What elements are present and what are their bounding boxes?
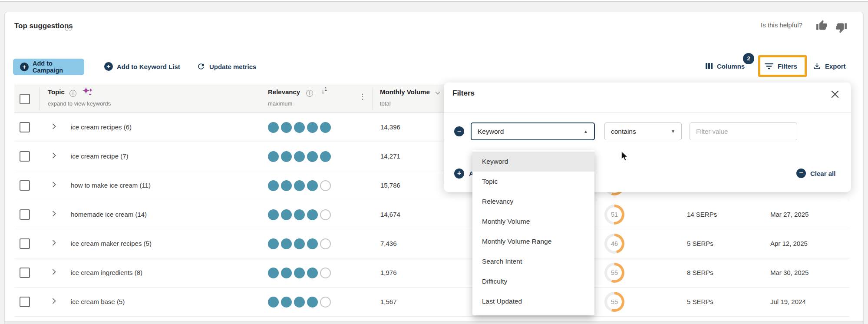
filter-field-option[interactable]: Monthly Volume Range [472,231,594,251]
sort-indicator[interactable]: ↓1 [321,87,327,95]
relevancy-dot [294,151,305,162]
row-checkbox[interactable] [20,122,30,132]
relevancy-dot [281,122,292,133]
remove-filter-icon[interactable]: − [454,126,464,136]
filter-operator-select[interactable]: contains ▼ [604,122,682,140]
mouse-cursor [620,151,629,162]
column-header-relevancy[interactable]: Relevancy [268,88,300,96]
relevancy-dot [320,180,331,191]
expand-chevron-icon[interactable] [52,298,56,306]
column-subheader-relevancy: maximum [268,100,292,107]
topic-cell: ice cream base (5) [71,298,125,305]
info-icon[interactable]: i [65,24,72,31]
relevancy-dot [268,209,279,220]
serps-cell: 5 SERPs [687,298,713,305]
plus-circle-icon: + [454,169,464,179]
download-icon [813,62,821,70]
filter-field-option[interactable]: Keyword [472,152,594,172]
expand-chevron-icon[interactable] [52,123,56,131]
row-checkbox[interactable] [20,268,30,278]
update-metrics-button[interactable]: Update metrics [197,62,256,71]
row-checkbox[interactable] [20,209,30,220]
expand-chevron-icon[interactable] [52,269,56,277]
last-updated-cell: Mar 30, 2025 [770,269,809,276]
table-row: ice cream ingredients (8)1,976558 SERPsM… [14,258,849,288]
thumbs-up-icon[interactable] [816,20,828,31]
relevancy-dot [281,180,292,191]
difficulty-ring: 55 [604,292,624,312]
relevancy-dot [268,180,279,191]
relevancy-dot [268,268,279,278]
column-header-topic[interactable]: Topic [48,88,65,96]
monthly-volume-cell: 14,674 [380,211,400,218]
relevancy-dot [281,209,292,220]
plus-circle-icon: + [104,62,113,71]
filter-value-input[interactable] [690,122,797,140]
relevancy-dot [307,151,318,162]
monthly-volume-cell: 14,271 [380,152,400,160]
filter-field-option[interactable]: Relevancy [472,192,594,212]
relevancy-dot [320,122,331,133]
topic-cell: ice cream recipes (6) [71,123,132,131]
relevancy-dot [307,180,318,191]
difficulty-value: 55 [604,263,624,283]
column-header-monthly-volume[interactable]: Monthly Volume [380,88,430,96]
expand-chevron-icon[interactable] [52,240,56,248]
monthly-volume-cell: 1,567 [380,298,397,305]
helpful-label: Is this helpful? [761,21,802,29]
clear-all-button[interactable]: − Clear all [796,169,835,178]
relevancy-dot [294,209,305,220]
columns-icon [705,62,713,70]
expand-chevron-icon[interactable] [52,152,56,160]
bottom-scrollbar-track[interactable] [5,321,863,324]
row-checkbox[interactable] [20,297,30,307]
monthly-volume-cell: 7,436 [380,240,397,247]
table-row: ice cream base (5)1,567555 SERPsJul 19, … [14,288,849,317]
serps-cell: 8 SERPs [687,269,713,276]
monthly-volume-cell: 1,976 [380,269,397,276]
thumbs-down-icon[interactable] [835,22,847,33]
filter-field-option[interactable]: Search Intent [472,251,594,271]
relevancy-dot [281,268,292,278]
relevancy-dot [268,238,279,249]
keyword-suggestions-page: Top suggestions i Is this helpful? + Add… [0,0,868,324]
filter-field-option[interactable]: Topic [472,172,594,192]
column-subheader-topic: expand to view keywords [48,100,111,107]
last-updated-cell: Apr 12, 2025 [770,240,808,247]
info-icon[interactable]: i [69,90,76,97]
filter-field-dropdown: KeywordTopicRelevancyMonthly VolumeMonth… [472,150,594,315]
relevancy-dot [268,122,279,133]
row-checkbox[interactable] [20,151,30,162]
filter-field-select[interactable]: Keyword ▲ [471,122,595,140]
select-all-checkbox[interactable] [20,94,30,104]
columns-button[interactable]: Columns [705,62,745,70]
info-icon[interactable]: i [306,90,313,97]
minus-circle-icon: − [796,169,806,178]
difficulty-value: 46 [604,234,624,254]
relevancy-dot [281,151,292,162]
chevron-down-icon: ▼ [671,129,675,134]
relevancy-dot [320,238,331,249]
filter-field-option[interactable]: Monthly Volume [472,212,594,231]
kebab-menu-icon[interactable]: ⋮ [359,92,366,101]
add-to-campaign-button[interactable]: + Add to Campaign [13,59,84,75]
filter-field-option[interactable]: Difficulty [472,271,594,291]
expand-chevron-icon[interactable] [52,211,56,218]
filter-field-option[interactable]: Last Updated [472,291,594,311]
chevron-up-icon: ▲ [584,129,588,134]
row-checkbox[interactable] [20,238,30,249]
relevancy-dot [307,122,318,133]
add-to-keyword-list-button[interactable]: + Add to Keyword List [104,62,180,71]
export-button[interactable]: Export [813,62,846,70]
table-row: homemade ice cream (14)14,6745114 SERPsM… [14,200,849,229]
expand-chevron-icon[interactable] [52,182,56,189]
difficulty-ring: 46 [604,234,624,254]
sparkles-icon [82,86,94,98]
last-updated-cell: Mar 27, 2025 [770,211,809,218]
row-checkbox[interactable] [20,180,30,191]
close-icon[interactable] [830,89,840,99]
serps-cell: 14 SERPs [687,211,717,218]
plus-circle-icon: + [20,63,29,71]
relevancy-dot [307,297,318,307]
column-subheader-monthly-volume: total [380,100,391,107]
